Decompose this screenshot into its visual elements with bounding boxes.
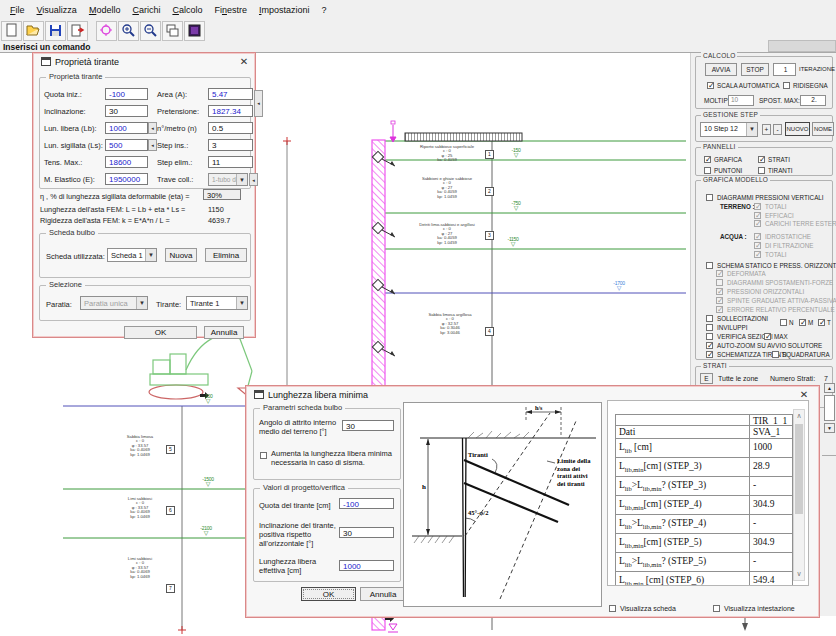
carichi-terre-esterni-checkbox[interactable] — [754, 220, 761, 227]
annulla-button[interactable]: Annulla — [204, 326, 244, 339]
diagrammi-pressioni-verticali-checkbox[interactable] — [706, 194, 713, 201]
stop-button[interactable]: STOP — [741, 63, 769, 76]
step-prev-button[interactable]: + — [762, 124, 771, 135]
elimina-button[interactable]: Elimina — [205, 248, 247, 262]
tirante-field[interactable]: 1950000 — [105, 173, 148, 185]
inclinazione-field[interactable]: 30 — [339, 527, 394, 538]
tirante-field[interactable]: 1000 — [105, 122, 148, 134]
spinner[interactable]: ◂ — [254, 90, 263, 117]
totali-checkbox[interactable] — [754, 251, 761, 258]
nome-button[interactable]: NOME — [812, 122, 834, 136]
strati-list-box[interactable] — [824, 395, 835, 421]
spinner[interactable]: ◂ — [148, 139, 157, 151]
paratia-dropdown[interactable]: Paratia unica ▼ — [80, 296, 148, 310]
ok-button[interactable]: OK — [301, 587, 356, 601]
trave-coll-dropdown[interactable]: 1-tubo da▼ — [208, 173, 248, 186]
sisma-checkbox[interactable] — [260, 452, 267, 459]
auto-zoom-su-avvio-solutore-checkbox[interactable] — [706, 342, 713, 349]
quota-field[interactable]: -100 — [339, 498, 394, 509]
step-next-button[interactable]: - — [773, 124, 782, 135]
menu-file[interactable]: File — [4, 3, 31, 17]
diagrammi-spostamenti-forze-checkbox[interactable] — [716, 279, 723, 286]
visualizza-scheda-checkbox[interactable] — [609, 605, 616, 612]
sollecitazioni-checkbox[interactable] — [706, 315, 713, 322]
squadratura-checkbox[interactable] — [772, 351, 779, 358]
puntoni-checkbox[interactable] — [704, 167, 711, 174]
image-icon[interactable] — [184, 21, 205, 41]
e-button[interactable]: E — [700, 373, 713, 384]
scrollbar-thumb[interactable] — [795, 424, 803, 514]
avvia-button[interactable]: AVVIA — [705, 63, 737, 76]
zoom-in-icon[interactable] — [118, 21, 139, 41]
tirante-field[interactable]: -100 — [105, 88, 148, 100]
step-dropdown[interactable]: 10 Step 12 ▼ — [700, 122, 758, 137]
spost-max-field[interactable]: 2. — [800, 95, 826, 106]
chevron-down-icon: ▼ — [746, 123, 757, 136]
ok-button[interactable]: OK — [124, 326, 197, 339]
tirante-field[interactable]: 11 — [208, 156, 253, 168]
iteration-field[interactable]: 1 — [773, 63, 796, 76]
scroll-down-icon[interactable]: ∨ — [794, 568, 804, 580]
efficaci-checkbox[interactable] — [754, 212, 761, 219]
errore-relativo-percentuale-checkbox[interactable] — [716, 306, 723, 313]
menu-[interactable]: ? — [316, 3, 333, 17]
tirante-field[interactable]: 5.47 — [208, 88, 253, 100]
nmt-t-checkbox[interactable] — [818, 319, 825, 326]
strati-list-up-button[interactable]: ▲ — [824, 383, 835, 393]
max-checkbox[interactable] — [764, 333, 771, 340]
cascade-windows-icon[interactable] — [162, 21, 183, 41]
scala-automatica-checkbox[interactable] — [707, 82, 714, 89]
visualizza-intestazione-checkbox[interactable] — [713, 605, 720, 612]
menu-carichi[interactable]: Carichi — [126, 3, 166, 17]
spinte-graduate-attiva-passiva-checkbox[interactable] — [716, 297, 723, 304]
scheda-dropdown[interactable]: Scheda 1 ▼ — [107, 248, 157, 262]
grafica-checkbox[interactable] — [704, 156, 711, 163]
open-file-icon[interactable] — [23, 21, 44, 41]
inviluppi-checkbox[interactable] — [706, 324, 713, 331]
spinner[interactable]: ◂ — [148, 122, 157, 134]
new-file-icon[interactable] — [1, 21, 22, 41]
scroll-up-icon[interactable]: ∧ — [794, 410, 804, 422]
save-icon[interactable] — [45, 21, 66, 41]
table-scrollbar[interactable]: ∧ ∨ — [793, 409, 805, 581]
schematizza-tiranti-checkbox[interactable] — [706, 351, 713, 358]
strati-list-down-button[interactable]: ▼ — [824, 423, 835, 433]
menu-visualizza[interactable]: Visualizza — [31, 3, 83, 17]
annulla-button[interactable]: Annulla — [360, 587, 406, 601]
menu-modello[interactable]: Modello — [83, 3, 127, 17]
tirante-field[interactable]: 0.5 — [208, 122, 253, 134]
menu-calcolo[interactable]: Calcolo — [166, 3, 208, 17]
moltip-field[interactable]: 10 — [728, 95, 754, 106]
verifica-sezioni-checkbox[interactable] — [706, 333, 713, 340]
dialog-tirante-titlebar[interactable]: Proprietà tirante ✕ — [33, 53, 255, 70]
export-icon[interactable] — [67, 21, 88, 41]
deformata-checkbox[interactable] — [716, 270, 723, 277]
ridisegna-checkbox[interactable] — [783, 82, 790, 89]
tirante-field[interactable]: 30 — [105, 105, 148, 117]
tirante-field[interactable]: 500 — [105, 139, 148, 151]
tiranti-checkbox[interactable] — [758, 167, 765, 174]
idrostatiche-checkbox[interactable] — [754, 233, 761, 240]
nuovo-button[interactable]: NUOVO — [785, 122, 810, 136]
menu-finestre[interactable]: Finestre — [208, 3, 253, 17]
nmt-m-checkbox[interactable] — [799, 319, 806, 326]
di-filtrazione-checkbox[interactable] — [754, 242, 761, 249]
tirante-field[interactable]: 1827.34 — [208, 105, 253, 117]
tirante-dropdown[interactable]: Tirante 1 ▼ — [186, 296, 248, 310]
schema-statico-e-press-orizzontal--checkbox[interactable] — [706, 262, 713, 269]
nmt-n-checkbox[interactable] — [780, 319, 787, 326]
eta-field[interactable]: 30% — [203, 189, 241, 200]
zoom-out-icon[interactable] — [140, 21, 161, 41]
nuova-button[interactable]: Nuova — [165, 248, 197, 262]
spinner[interactable]: ◂ — [249, 173, 258, 186]
angolo-field[interactable]: 30 — [342, 420, 394, 431]
close-icon[interactable]: ✕ — [237, 56, 251, 68]
pressioni-orizzontali-checkbox[interactable] — [716, 288, 723, 295]
tirante-field[interactable]: 18600 — [105, 156, 148, 168]
zoom-extents-icon[interactable] — [96, 21, 117, 41]
totali-checkbox[interactable] — [754, 203, 761, 210]
menu-impostazioni[interactable]: Impostazioni — [253, 3, 316, 17]
tirante-field[interactable]: 3 — [208, 139, 253, 151]
lunghezza-field[interactable]: 1000 — [339, 560, 394, 571]
strati-checkbox[interactable] — [758, 156, 765, 163]
